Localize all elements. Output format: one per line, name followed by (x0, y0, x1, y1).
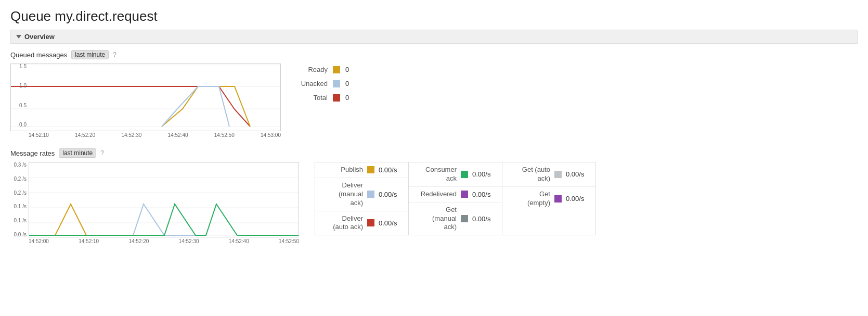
publish-swatch (367, 166, 374, 173)
queued-help[interactable]: ? (113, 51, 116, 58)
ready-value: 0 (345, 66, 356, 73)
get-empty-value: 0.00/s (566, 195, 589, 203)
get-auto-ack-value: 0.00/s (566, 170, 589, 178)
rate-redelivered: Redelivered 0.00/s (409, 187, 502, 203)
message-rates-title: Message rates last minute ? (10, 148, 858, 158)
queued-chart-container: 1.5 1.0 0.5 0.0 (10, 64, 281, 138)
redelivered-value: 0.00/s (472, 191, 496, 198)
publish-value: 0.00/s (379, 166, 402, 174)
consumer-ack-value: 0.00/s (472, 170, 496, 178)
queued-timeframe-badge[interactable]: last minute (71, 50, 109, 59)
rates-chart-and-legend: 0.3 /s 0.2 /s 0.2 /s 0.1 /s 0.1 /s 0.0 /… (10, 162, 858, 244)
get-manual-value: 0.00/s (472, 215, 496, 223)
legend-ready: Ready 0 (296, 66, 356, 73)
deliver-auto-swatch (367, 219, 374, 226)
redelivered-swatch (461, 191, 468, 198)
message-rates-section: Message rates last minute ? 0.3 /s 0.2 /… (10, 148, 858, 244)
queued-messages-title: Queued messages last minute ? (10, 50, 858, 59)
legend-total: Total 0 (296, 94, 356, 102)
rate-deliver-auto: Deliver (auto ack) 0.00/s (315, 211, 408, 235)
rate-consumer-ack: Consumer ack 0.00/s (409, 162, 502, 187)
rates-col-1: Publish 0.00/s Deliver (manual ack) 0.00… (315, 162, 409, 235)
consumer-ack-swatch (461, 171, 468, 178)
rates-x-axis: 14:52:00 14:52:10 14:52:20 14:52:30 14:5… (29, 238, 299, 244)
rate-get-auto-ack: Get (auto ack) 0.00/s (502, 162, 595, 187)
rate-publish: Publish 0.00/s (315, 162, 408, 178)
rates-col-2: Consumer ack 0.00/s Redelivered 0.00/s G… (409, 162, 502, 235)
legend-unacked: Unacked 0 (296, 80, 356, 87)
queued-chart-svg (10, 64, 281, 131)
rate-get-manual: Get (manual ack) 0.00/s (409, 203, 502, 235)
queued-y-axis: 1.5 1.0 0.5 0.0 (10, 64, 29, 128)
get-empty-swatch (554, 195, 562, 203)
deliver-auto-value: 0.00/s (379, 219, 402, 227)
rate-deliver-manual: Deliver (manual ack) 0.00/s (315, 178, 408, 211)
rates-chart-svg (29, 162, 299, 237)
queued-legend: Ready 0 Unacked 0 Total 0 (296, 64, 356, 102)
unacked-value: 0 (345, 80, 356, 87)
deliver-manual-value: 0.00/s (379, 191, 402, 198)
deliver-manual-swatch (367, 191, 374, 198)
rates-timeframe-badge[interactable]: last minute (59, 148, 96, 158)
rate-get-empty: Get (empty) 0.00/s (502, 187, 595, 211)
rates-help[interactable]: ? (100, 149, 104, 157)
ready-color-swatch (333, 66, 340, 73)
rates-col-3: Get (auto ack) 0.00/s Get (empty) 0.00/s (502, 162, 595, 235)
rates-y-axis: 0.3 /s 0.2 /s 0.2 /s 0.1 /s 0.1 /s 0.0 /… (10, 162, 29, 237)
rates-legend: Publish 0.00/s Deliver (manual ack) 0.00… (315, 162, 596, 235)
page-title: Queue my.direct.request (10, 8, 858, 24)
queued-x-axis: 14:52:10 14:52:20 14:52:30 14:52:40 14:5… (29, 132, 281, 138)
total-value: 0 (345, 94, 356, 102)
overview-label: Overview (24, 33, 55, 41)
overview-header: Overview (10, 30, 858, 44)
unacked-color-swatch (333, 80, 340, 87)
total-color-swatch (333, 94, 340, 102)
queued-messages-section: Queued messages last minute ? 1.5 1.0 0.… (10, 50, 858, 138)
collapse-icon[interactable] (16, 35, 21, 39)
get-auto-ack-swatch (554, 171, 562, 178)
get-manual-swatch (461, 215, 468, 222)
rates-chart-container: 0.3 /s 0.2 /s 0.2 /s 0.1 /s 0.1 /s 0.0 /… (10, 162, 299, 244)
queued-chart-and-legend: 1.5 1.0 0.5 0.0 (10, 64, 858, 138)
